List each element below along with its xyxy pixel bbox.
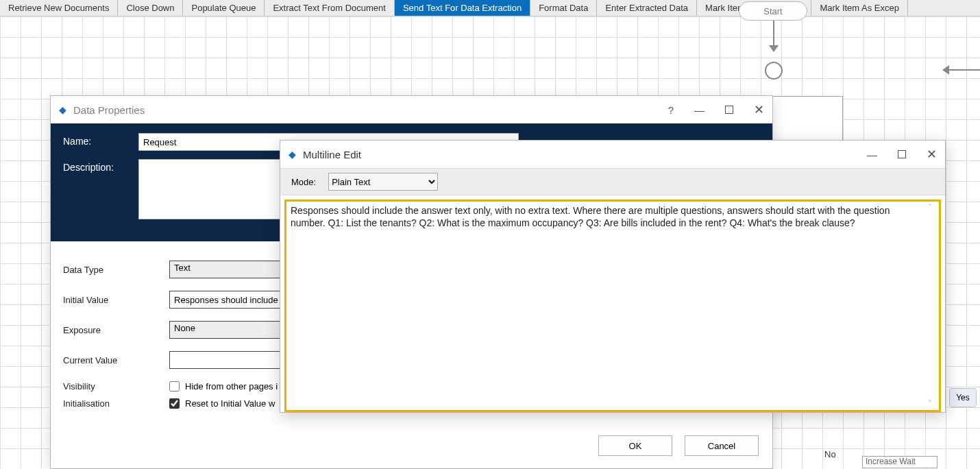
tab-extract-text-from-document[interactable]: Extract Text From Document: [265, 0, 394, 16]
multiline-text-area[interactable]: Responses should include the answer text…: [286, 202, 939, 410]
tab-populate-queue[interactable]: Populate Queue: [183, 0, 265, 16]
tab-retrieve-new-documents[interactable]: Retrieve New Documents: [0, 0, 118, 16]
dialog-title: Data Properties: [73, 104, 145, 116]
reset-to-initial-value-checkbox[interactable]: [169, 398, 180, 409]
help-button[interactable]: ?: [668, 104, 674, 116]
data-properties-titlebar[interactable]: ◆ Data Properties ? — ✕: [51, 96, 772, 123]
close-button[interactable]: ✕: [754, 106, 764, 114]
datatype-label: Data Type: [63, 265, 169, 275]
hide-from-other-pages-text: Hide from other pages i: [185, 381, 278, 392]
dialog-title: Multiline Edit: [303, 149, 361, 160]
flow-connector: [773, 21, 774, 48]
mode-select[interactable]: Plain Text: [328, 173, 438, 191]
minimize-button[interactable]: —: [867, 149, 877, 160]
app-icon: ◆: [289, 149, 296, 160]
flow-arrowhead-icon: [942, 65, 949, 75]
multiline-edit-area-wrapper: Responses should include the answer text…: [284, 200, 941, 412]
tab-close-down[interactable]: Close Down: [118, 0, 183, 16]
maximize-button[interactable]: [898, 149, 906, 160]
flow-anchor-node[interactable]: [765, 62, 783, 80]
ok-button[interactable]: OK: [598, 435, 672, 456]
hide-from-other-pages-checkbox[interactable]: [169, 381, 180, 392]
cancel-button[interactable]: Cancel: [685, 435, 759, 456]
maximize-button[interactable]: [725, 104, 733, 116]
tab-mark-item-as-exception[interactable]: Mark Item As Excep: [811, 0, 908, 16]
reset-to-initial-value-text: Reset to Initial Value w: [185, 398, 275, 409]
tab-send-text-for-data-extraction[interactable]: Send Text For Data Extraction: [395, 0, 530, 16]
multiline-edit-titlebar[interactable]: ◆ Multiline Edit — ✕: [280, 141, 945, 168]
name-label: Name:: [63, 133, 138, 147]
tab-format-data[interactable]: Format Data: [530, 0, 597, 16]
flow-yes-label[interactable]: Yes: [949, 388, 977, 407]
exposure-label: Exposure: [63, 325, 169, 335]
mode-label: Mode:: [291, 177, 316, 187]
description-label: Description:: [63, 159, 138, 173]
multiline-edit-dialog: ◆ Multiline Edit — ✕ Mode: Plain Text Re…: [280, 140, 946, 413]
close-button[interactable]: ✕: [927, 150, 937, 158]
current-value-label: Current Value: [63, 355, 169, 365]
tab-enter-extracted-data[interactable]: Enter Extracted Data: [597, 0, 697, 16]
flow-arrowhead-icon: [769, 45, 779, 52]
app-icon: ◆: [59, 104, 66, 115]
initial-value-label: Initial Value: [63, 295, 169, 305]
flow-no-label: No: [824, 449, 836, 459]
initialisation-label: Initialisation: [63, 398, 169, 409]
minimize-button[interactable]: —: [694, 104, 705, 116]
flow-start-node[interactable]: Start: [739, 1, 807, 21]
flow-connector: [946, 69, 980, 71]
flow-increase-wait-node[interactable]: Increase Wait: [862, 456, 938, 468]
page-tab-strip: Retrieve New Documents Close Down Popula…: [0, 0, 980, 16]
multiline-edit-toolbar: Mode: Plain Text: [280, 168, 945, 195]
visibility-label: Visibility: [63, 381, 169, 392]
